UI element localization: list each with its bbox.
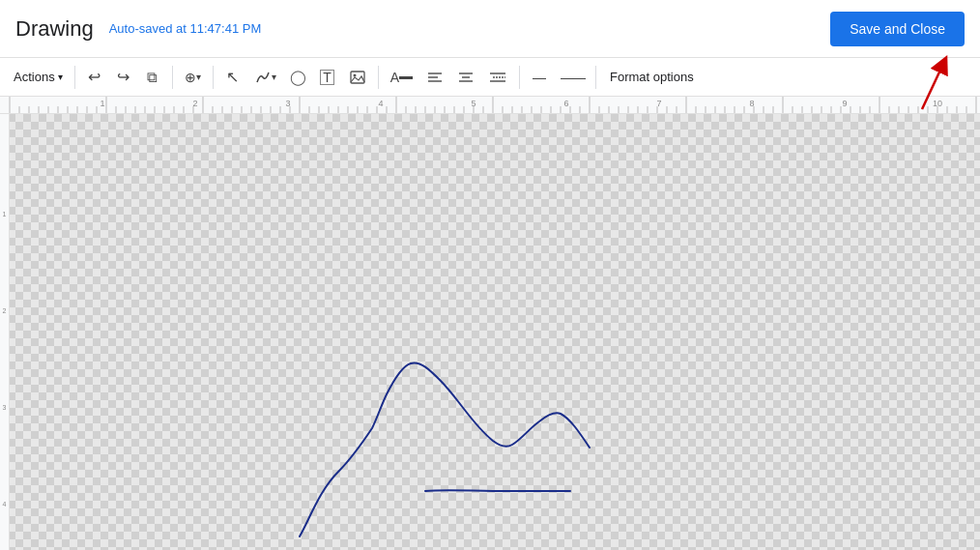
align-right-button[interactable] (482, 62, 513, 93)
undo-button[interactable]: ↩ (81, 62, 108, 93)
toolbar-separator-1 (74, 66, 75, 89)
svg-text:4: 4 (378, 99, 383, 108)
zoom-chevron-icon: ▾ (196, 72, 201, 82)
image-icon (349, 69, 366, 86)
zoom-button[interactable]: ⊕ ▾ (179, 62, 207, 93)
align-icon (426, 71, 444, 84)
chevron-down-icon: ▾ (58, 72, 63, 82)
pen-color-button[interactable]: A (385, 62, 418, 93)
shape-tool-button[interactable]: ◯ (284, 62, 312, 93)
line-short-icon: — (533, 70, 546, 85)
toolbar-separator-6 (595, 66, 596, 89)
svg-text:7: 7 (656, 99, 661, 108)
align-center-button[interactable] (451, 62, 480, 93)
actions-label: Actions (14, 70, 55, 84)
line-long-icon: —— (561, 70, 584, 85)
paint-format-icon: ⧉ (147, 69, 158, 86)
format-options-button[interactable]: Format options (602, 62, 702, 93)
drawing-toolbar: Actions ▾ ↩ ↪ ⧉ ⊕ ▾ ↖ ▾ ◯ T (0, 58, 980, 97)
vertical-ruler: 1234 (0, 114, 10, 550)
align-left-button[interactable] (420, 62, 449, 93)
svg-point-3 (353, 73, 356, 76)
align-right-icon (488, 71, 507, 84)
freehand-icon (254, 69, 272, 86)
toolbar-separator-2 (172, 66, 173, 89)
svg-text:3: 3 (285, 99, 290, 108)
app-header: Drawing Auto-saved at 11:47:41 PM Save a… (0, 0, 980, 58)
select-icon: ↖ (226, 68, 239, 86)
toolbar-separator-3 (213, 66, 214, 89)
pen-color-icon: A (390, 70, 399, 85)
svg-text:1: 1 (100, 99, 104, 108)
drawing-canvas-area[interactable]: 1234 (0, 114, 980, 550)
image-button[interactable] (343, 62, 372, 93)
line-long-button[interactable]: —— (555, 62, 590, 93)
svg-text:10: 10 (933, 99, 942, 108)
zoom-icon: ⊕ (185, 70, 196, 85)
app-title: Drawing (15, 16, 94, 42)
horizontal-ruler: 12345678910 (0, 97, 980, 114)
canvas-background (0, 114, 980, 550)
select-tool-button[interactable]: ↖ (219, 62, 246, 93)
svg-text:8: 8 (749, 99, 754, 108)
undo-icon: ↩ (88, 68, 101, 86)
save-and-close-button[interactable]: Save and Close (830, 12, 965, 46)
redo-icon: ↪ (117, 68, 130, 86)
freehand-chevron-icon: ▾ (272, 72, 276, 82)
svg-text:9: 9 (842, 99, 847, 108)
toolbar-separator-5 (519, 66, 520, 89)
text-box-button[interactable]: T (314, 62, 341, 93)
shape-icon: ◯ (290, 69, 306, 86)
align-center-icon (457, 71, 475, 84)
actions-menu-button[interactable]: Actions ▾ (8, 62, 69, 93)
svg-text:6: 6 (563, 99, 568, 108)
text-box-icon: T (320, 70, 334, 85)
autosave-status: Auto-saved at 11:47:41 PM (109, 21, 830, 36)
svg-text:5: 5 (471, 99, 476, 108)
line-short-button[interactable]: — (526, 62, 553, 93)
paint-format-button[interactable]: ⧉ (139, 62, 166, 93)
svg-text:2: 2 (192, 99, 197, 108)
pen-color-bar (399, 76, 413, 79)
freehand-tool-button[interactable]: ▾ (248, 62, 282, 93)
redo-button[interactable]: ↪ (110, 62, 137, 93)
toolbar-separator-4 (378, 66, 379, 89)
